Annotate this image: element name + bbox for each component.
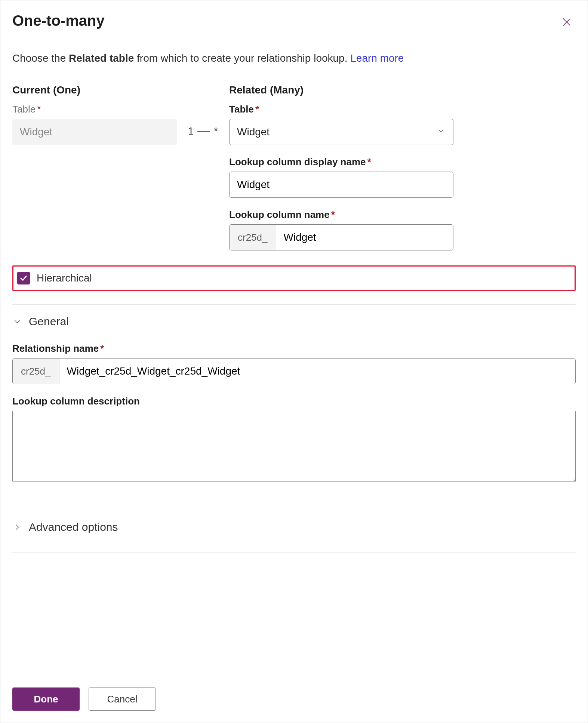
close-button[interactable]: [558, 13, 576, 31]
lookup-description-label: Lookup column description: [12, 396, 576, 407]
relationship-name-field: Relationship name* cr25d_: [12, 343, 576, 384]
check-icon: [19, 274, 28, 282]
intro-prefix: Choose the: [12, 52, 69, 64]
advanced-section-label: Advanced options: [29, 521, 118, 533]
divider: [12, 510, 576, 510]
divider: [12, 304, 576, 305]
lookup-column-name-input-wrap: cr25d_: [229, 224, 453, 250]
hierarchical-label: Hierarchical: [37, 272, 92, 284]
current-heading: Current (One): [12, 84, 177, 96]
relationship-name-label: Relationship name*: [12, 343, 576, 354]
one-to-many-panel: One-to-many Choose the Related table fro…: [0, 0, 588, 723]
required-indicator: *: [100, 343, 104, 354]
relationship-name-input[interactable]: [59, 359, 576, 384]
current-table-label: Table*: [12, 104, 177, 115]
lookup-display-name-field: Lookup column display name*: [229, 156, 453, 198]
current-column: Current (One) Table* Widget: [12, 84, 177, 145]
relationship-name-prefix: cr25d_: [13, 359, 59, 384]
lookup-column-name-prefix: cr25d_: [230, 225, 276, 250]
required-indicator: *: [331, 209, 335, 220]
related-table-select[interactable]: Widget: [229, 119, 453, 145]
learn-more-link[interactable]: Learn more: [350, 52, 404, 64]
required-indicator: *: [255, 104, 259, 115]
done-button[interactable]: Done: [12, 687, 80, 711]
cardinality-connector: 1 *: [177, 84, 229, 137]
related-table-field: Table* Widget: [229, 104, 453, 145]
footer-buttons: Done Cancel: [12, 676, 576, 711]
chevron-down-icon: [437, 126, 446, 138]
intro-suffix: from which to create your relationship l…: [134, 52, 350, 64]
relationship-name-input-wrap: cr25d_: [12, 358, 576, 384]
intro-bold: Related table: [69, 52, 134, 64]
divider: [12, 552, 576, 553]
table-columns: Current (One) Table* Widget 1 * Related …: [12, 84, 576, 262]
intro-text: Choose the Related table from which to c…: [12, 51, 576, 65]
general-section-label: General: [29, 315, 69, 328]
related-column: Related (Many) Table* Widget Lookup colu…: [229, 84, 453, 262]
related-table-value: Widget: [237, 126, 270, 138]
advanced-expander[interactable]: Advanced options: [12, 521, 576, 533]
related-heading: Related (Many): [229, 84, 453, 96]
spacer: [12, 563, 576, 676]
related-table-label: Table*: [229, 104, 453, 115]
chevron-right-icon: [12, 522, 22, 532]
hierarchical-option: Hierarchical: [12, 265, 576, 291]
lookup-display-name-input[interactable]: [229, 172, 453, 198]
required-indicator: *: [367, 156, 371, 167]
required-indicator: *: [37, 104, 41, 115]
cardinality-many: *: [214, 125, 218, 137]
close-icon: [561, 17, 572, 27]
lookup-column-name-label: Lookup column name*: [229, 209, 453, 221]
lookup-column-name-field: Lookup column name* cr25d_: [229, 209, 453, 250]
connector-line: [197, 131, 210, 132]
panel-header: One-to-many: [12, 11, 576, 40]
cancel-button[interactable]: Cancel: [89, 687, 156, 711]
panel-title: One-to-many: [12, 12, 105, 29]
lookup-column-name-input[interactable]: [276, 225, 453, 250]
hierarchical-checkbox[interactable]: [17, 272, 30, 284]
current-table-value: Widget: [12, 119, 177, 145]
cardinality-one: 1: [188, 125, 194, 137]
chevron-down-icon: [12, 317, 22, 326]
lookup-description-field: Lookup column description: [12, 396, 576, 484]
general-expander[interactable]: General: [12, 315, 576, 328]
lookup-display-name-label: Lookup column display name*: [229, 156, 453, 168]
lookup-description-textarea[interactable]: [12, 411, 576, 482]
